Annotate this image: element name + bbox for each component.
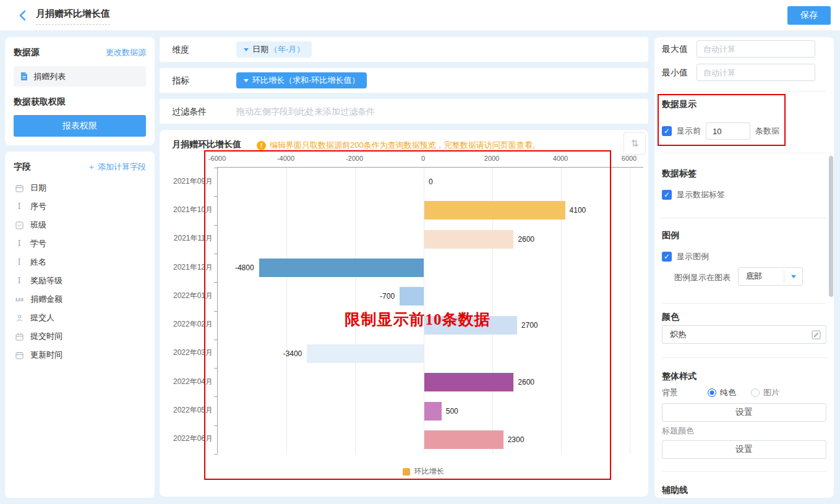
- scrollbar-thumb[interactable]: [829, 156, 833, 297]
- bar-value-label: 500: [446, 396, 458, 425]
- background-label: 背景: [662, 387, 678, 398]
- bar-value-label: -4800: [235, 254, 254, 282]
- chart-legend[interactable]: 环比增长: [217, 466, 629, 477]
- back-chevron-icon: [16, 8, 31, 23]
- change-datasource-link[interactable]: 更改数据源: [106, 47, 146, 58]
- color-scheme-select[interactable]: 炽热: [662, 325, 826, 344]
- divider: [662, 218, 826, 218]
- data-labels-title: 数据标签: [662, 168, 696, 179]
- background-settings-button[interactable]: 设置: [662, 403, 826, 422]
- add-calc-field-link[interactable]: ＋ 添加计算字段: [87, 161, 146, 173]
- show-first-row: ✓ 显示前 条数据: [662, 122, 779, 140]
- image-radio[interactable]: [751, 388, 760, 397]
- x-axis-tick-label: 6000: [622, 155, 636, 162]
- select-icon: [14, 221, 25, 229]
- datasource-panel: 数据源 更改数据源 捐赠列表 数据获取权限 报表权限: [5, 37, 155, 145]
- bar: [424, 316, 517, 335]
- chevron-down-icon: [244, 48, 249, 51]
- data-labels-label: 显示数据标签: [677, 189, 725, 200]
- field-item[interactable]: 提交人: [14, 309, 146, 327]
- bar: [400, 287, 424, 305]
- field-label: 姓名: [30, 257, 46, 268]
- field-item[interactable]: 更新时间: [14, 346, 146, 364]
- chart-title: 月捐赠环比增长值: [172, 139, 241, 150]
- row-count-input[interactable]: [706, 122, 750, 140]
- calendar-icon: [14, 351, 25, 359]
- bar: [259, 258, 424, 277]
- legend-position-label: 图例显示在图表: [674, 272, 731, 283]
- text-icon: I: [14, 258, 25, 267]
- show-legend-label: 显示图例: [677, 251, 709, 262]
- gridline: [286, 168, 287, 454]
- max-value-input[interactable]: [696, 40, 815, 58]
- field-item[interactable]: I学号: [14, 234, 146, 253]
- bar-value-label: 2600: [518, 225, 534, 254]
- fields-panel: 字段 ＋ 添加计算字段 日期I序号班级I学号I姓名I奖励等级123捐赠金额提交人…: [5, 152, 155, 498]
- field-item[interactable]: 班级: [14, 216, 146, 234]
- report-permission-button[interactable]: 报表权限: [14, 115, 146, 137]
- page-title[interactable]: 月捐赠环比增长值: [36, 8, 110, 25]
- x-axis-tick-label: 0: [421, 155, 425, 162]
- calendar-icon: [14, 184, 25, 192]
- bar: [424, 201, 565, 220]
- divider: [784, 270, 784, 283]
- legend-title: 图例: [662, 230, 679, 241]
- field-item[interactable]: 日期: [14, 179, 146, 197]
- dimension-label: 维度: [172, 37, 189, 62]
- datasource-item[interactable]: 捐赠列表: [14, 66, 146, 87]
- report-editor: 月捐赠环比增长值 保存 数据源 更改数据源 捐赠列表 数据获取权限 报表权限 字…: [0, 0, 840, 504]
- y-axis-tick: [214, 168, 218, 168]
- background-row: 背景 纯色 图片: [662, 387, 826, 398]
- show-legend-checkbox[interactable]: ✓: [662, 252, 672, 262]
- field-item[interactable]: I序号: [14, 197, 146, 216]
- datasource-name: 捐赠列表: [33, 71, 66, 82]
- warning-icon: !: [257, 141, 266, 150]
- y-axis-tick: [214, 196, 218, 197]
- bar: [424, 373, 513, 391]
- calendar-icon: [14, 333, 25, 341]
- field-label: 提交人: [30, 312, 54, 323]
- x-axis-tick-label: -4000: [277, 155, 294, 162]
- sort-button[interactable]: ⇅: [624, 132, 646, 155]
- text-icon: I: [14, 276, 25, 285]
- field-item[interactable]: I奖励等级: [14, 271, 146, 290]
- field-label: 序号: [30, 201, 46, 212]
- bar-value-label: 2600: [518, 368, 534, 396]
- title-color-settings-button[interactable]: 设置: [662, 440, 826, 459]
- field-label: 提交时间: [30, 331, 62, 342]
- preview-warning: ! 编辑界面只取数据源前200条作为查询数据预览，完整数据请访问页面查看。: [257, 140, 541, 151]
- dimension-chip[interactable]: 日期 （年-月）: [236, 41, 312, 58]
- min-value-input[interactable]: [696, 64, 815, 81]
- y-axis-category-label: 2022年04月: [162, 367, 213, 396]
- bar-value-label: -3400: [283, 340, 302, 368]
- topbar: 月捐赠环比增长值 保存: [0, 0, 840, 31]
- show-first-checkbox[interactable]: ✓: [662, 126, 672, 136]
- permission-title: 数据获取权限: [14, 96, 146, 108]
- metric-chip-text: 环比增长（求和-环比增长值）: [252, 75, 359, 86]
- field-item[interactable]: 123捐赠金额: [14, 290, 146, 309]
- filter-placeholder: 拖动左侧字段到此处来添加过滤条件: [236, 99, 375, 124]
- edit-icon[interactable]: [812, 330, 821, 341]
- x-axis-tick-label: -6000: [208, 155, 226, 162]
- gridline: [355, 168, 356, 454]
- field-item[interactable]: I姓名: [14, 253, 146, 271]
- filter-row[interactable]: 过滤条件 拖动左侧字段到此处来添加过滤条件: [160, 99, 648, 124]
- y-axis-tick: [214, 282, 218, 283]
- field-label: 班级: [30, 220, 46, 231]
- y-axis-category-label: 2022年02月: [162, 310, 213, 339]
- back-button[interactable]: [16, 8, 31, 23]
- save-button[interactable]: 保存: [787, 6, 831, 25]
- title-color-label: 标题颜色: [662, 425, 694, 437]
- gridline: [630, 168, 630, 454]
- y-axis-tick: [214, 311, 218, 312]
- y-axis-category-label: 2022年03月: [162, 339, 213, 367]
- y-axis-tick: [214, 254, 218, 254]
- legend-position-select[interactable]: 底部: [738, 267, 803, 286]
- data-labels-checkbox[interactable]: ✓: [662, 190, 672, 200]
- data-labels-row: ✓ 显示数据标签: [662, 186, 725, 204]
- field-item[interactable]: 提交时间: [14, 327, 146, 346]
- metric-chip[interactable]: 环比增长（求和-环比增长值）: [236, 72, 367, 88]
- solid-color-radio[interactable]: [708, 388, 716, 397]
- bar: [424, 402, 442, 421]
- color-title: 颜色: [662, 312, 679, 323]
